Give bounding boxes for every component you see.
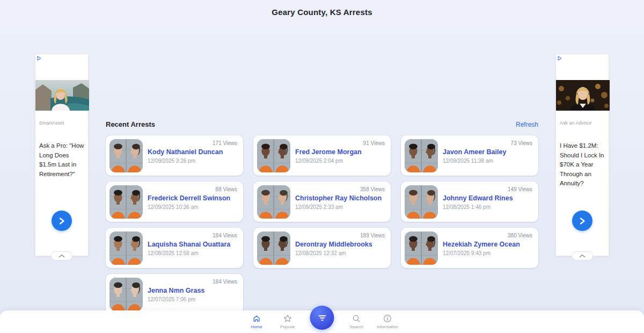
home-icon	[252, 314, 261, 323]
ad-collapse-button[interactable]	[572, 251, 593, 260]
arrest-info: Johnny Edward Rines 12/08/2025 1:46 pm	[443, 194, 517, 210]
arrest-name: Fred Jerome Morgan	[295, 148, 362, 156]
arrest-views-badge: 358 Views	[360, 186, 385, 192]
search-icon	[352, 314, 361, 323]
arrest-views-badge: 73 Views	[511, 140, 532, 146]
arrest-info: Jenna Nmn Grass 12/07/2025 7:06 pm	[148, 286, 209, 302]
filter-fab-button[interactable]	[310, 306, 334, 330]
arrest-date: 12/08/2025 1:46 pm	[443, 204, 513, 210]
nav-item-popular[interactable]: Popular	[272, 314, 303, 329]
recent-arrests-header: Recent Arrests Refresh	[106, 120, 538, 128]
arrest-date: 12/09/2025 3:26 pm	[148, 158, 223, 164]
ad-brand-label: SmartAsset	[39, 120, 64, 126]
arrest-views-badge: 189 Views	[360, 233, 385, 238]
ad-panel-left[interactable]: SmartAsset Ask a Pro: "How Long Does $1.…	[35, 54, 89, 256]
arrest-name: Derontray Middlebrooks	[295, 240, 372, 249]
adchoices-icon[interactable]	[557, 55, 563, 61]
arrest-date: 12/09/2025 2:04 pm	[295, 158, 362, 164]
ad-collapse-button[interactable]	[51, 251, 72, 260]
arrest-views-badge: 88 Views	[216, 186, 237, 192]
nav-label: Home	[251, 324, 262, 329]
chevron-right-icon	[57, 216, 66, 226]
nav-item-home[interactable]: Home	[241, 314, 272, 329]
mugshot-photo	[405, 231, 438, 265]
ad-photo-advisor-woman	[556, 80, 610, 111]
arrest-name: Jenna Nmn Grass	[148, 286, 204, 295]
mugshot-photo	[109, 139, 143, 172]
info-icon	[383, 314, 392, 323]
arrest-views-badge: 149 Views	[508, 186, 532, 192]
arrest-views-badge: 91 Views	[363, 140, 385, 146]
nav-item-information[interactable]: Information	[372, 314, 403, 329]
adchoices-icon[interactable]	[36, 55, 42, 61]
arrest-name: Hezekiah Zymere Ocean	[443, 240, 520, 249]
arrest-views-badge: 380 Views	[508, 233, 532, 238]
chevron-up-icon	[58, 254, 65, 258]
bottom-nav-bar: Home Popular Search Information	[0, 310, 644, 333]
mugshot-photo	[257, 139, 290, 172]
arrest-card[interactable]: Kody Nathaniel Duncan 12/09/2025 3:26 pm…	[106, 135, 243, 176]
arrest-grid: Kody Nathaniel Duncan 12/09/2025 3:26 pm…	[106, 135, 538, 314]
arrest-name: Frederick Derrell Swinson	[148, 194, 230, 202]
arrest-date: 12/09/2025 11:38 am	[443, 158, 506, 164]
arrest-date: 12/09/2025 10:36 am	[148, 204, 230, 210]
arrest-info: Javon Ameer Bailey 12/09/2025 11:38 am	[443, 148, 510, 164]
arrest-card[interactable]: Frederick Derrell Swinson 12/09/2025 10:…	[106, 182, 243, 222]
arrest-info: Frederick Derrell Swinson 12/09/2025 10:…	[148, 194, 235, 210]
refresh-link[interactable]: Refresh	[516, 121, 538, 128]
arrest-card[interactable]: Jenna Nmn Grass 12/07/2025 7:06 pm 184 V…	[106, 274, 243, 314]
arrest-date: 12/07/2025 7:06 pm	[148, 296, 204, 302]
mugshot-photo	[257, 231, 290, 265]
mugshot-photo	[109, 185, 143, 219]
recent-arrests-heading: Recent Arrests	[106, 120, 155, 128]
ad-brand-label: Ask an Advisor	[560, 120, 592, 126]
arrest-info: Hezekiah Zymere Ocean 12/07/2025 9:43 pm	[443, 240, 524, 256]
ad-panel-right[interactable]: Ask an Advisor I Have $1.2M: Should I Lo…	[555, 54, 609, 256]
ad-headline: I Have $1.2M: Should I Lock In $70K a Ye…	[560, 141, 606, 189]
chevron-right-icon	[578, 216, 587, 226]
arrest-views-badge: 184 Views	[213, 279, 237, 285]
nav-label: Information	[377, 324, 398, 329]
mugshot-photo	[109, 278, 143, 311]
arrest-info: Kody Nathaniel Duncan 12/09/2025 3:26 pm	[148, 148, 227, 164]
arrest-info: Derontray Middlebrooks 12/08/2025 12:32 …	[295, 240, 377, 256]
arrest-views-badge: 184 Views	[213, 233, 237, 238]
arrest-views-badge: 171 Views	[213, 140, 237, 146]
chevron-up-icon	[579, 254, 586, 258]
arrest-card[interactable]: Derontray Middlebrooks 12/08/2025 12:32 …	[253, 228, 391, 268]
mugshot-photo	[405, 185, 438, 219]
arrest-date: 12/07/2025 9:43 pm	[443, 250, 520, 256]
ad-cta-button[interactable]	[52, 211, 72, 231]
arrest-name: Christopher Ray Nicholson	[295, 194, 382, 202]
arrest-date: 12/08/2025 12:32 am	[295, 250, 372, 256]
arrest-card[interactable]: Johnny Edward Rines 12/08/2025 1:46 pm 1…	[401, 182, 538, 222]
nav-label: Search	[349, 324, 363, 329]
arrest-card[interactable]: Fred Jerome Morgan 12/09/2025 2:04 pm 91…	[253, 135, 391, 176]
arrest-card[interactable]: Christopher Ray Nicholson 12/09/2025 2:3…	[253, 182, 391, 222]
arrest-card[interactable]: Hezekiah Zymere Ocean 12/07/2025 9:43 pm…	[401, 228, 538, 268]
arrest-date: 12/09/2025 2:33 am	[295, 204, 382, 210]
arrest-name: Kody Nathaniel Duncan	[148, 148, 223, 156]
nav-label: Popular	[280, 324, 295, 329]
arrest-name: Laquisha Shanai Ouattara	[148, 240, 230, 249]
star-icon	[283, 314, 292, 323]
filter-icon	[318, 315, 326, 321]
page-title: Geary County, KS Arrests	[0, 8, 644, 17]
arrest-info: Fred Jerome Morgan 12/09/2025 2:04 pm	[295, 148, 366, 164]
mugshot-photo	[405, 139, 438, 172]
arrest-card[interactable]: Javon Ameer Bailey 12/09/2025 11:38 am 7…	[401, 135, 538, 176]
arrest-date: 12/08/2025 12:58 am	[148, 250, 230, 256]
ad-cta-button[interactable]	[572, 211, 592, 231]
mugshot-photo	[257, 185, 290, 219]
arrest-name: Javon Ameer Bailey	[443, 148, 506, 156]
arrest-name: Johnny Edward Rines	[443, 194, 513, 202]
ad-photo-coastal-woman	[35, 80, 89, 111]
arrest-card[interactable]: Laquisha Shanai Ouattara 12/08/2025 12:5…	[106, 228, 243, 268]
mugshot-photo	[109, 231, 143, 265]
arrest-info: Laquisha Shanai Ouattara 12/08/2025 12:5…	[148, 240, 235, 256]
ad-headline: Ask a Pro: "How Long Does $1.5m Last in …	[39, 141, 85, 179]
arrest-info: Christopher Ray Nicholson 12/09/2025 2:3…	[295, 194, 386, 210]
nav-item-search[interactable]: Search	[341, 314, 372, 329]
